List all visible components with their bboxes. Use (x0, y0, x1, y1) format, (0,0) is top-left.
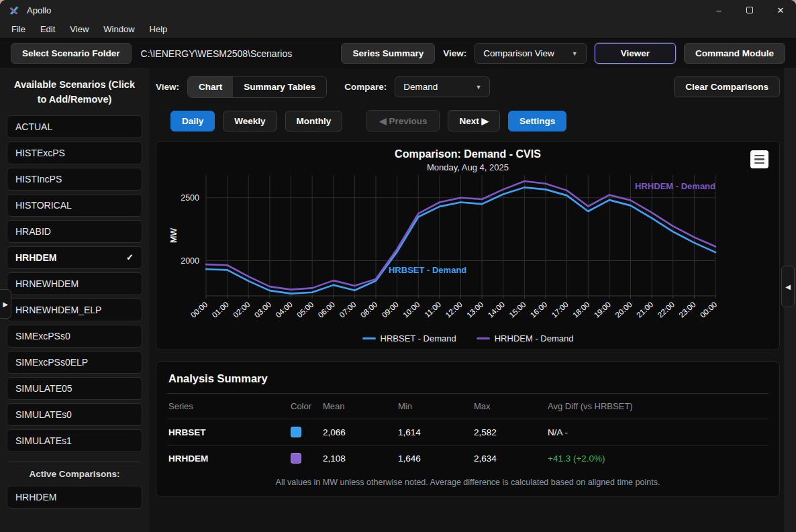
column-header-min: Min (398, 401, 474, 411)
app-title: Apollo (27, 5, 51, 15)
close-button[interactable]: ✕ (765, 0, 796, 20)
sidebar-flyout-handle[interactable]: ▶ (0, 289, 11, 319)
tab-summary-tables[interactable]: Summary Tables (233, 76, 326, 97)
minimize-button[interactable]: – (703, 0, 734, 20)
scenario-label: HRHDEM (15, 252, 56, 263)
check-icon: ✓ (126, 252, 134, 262)
column-header-avg-diff-vs-hrbset-: Avg Diff (vs HRBSET) (548, 401, 767, 411)
scenario-folder-path: C:\IENERGY\WESM2508\Scenarios (141, 48, 334, 59)
svg-text:09:00: 09:00 (381, 301, 400, 319)
table-row: HRHDEM2,1081,6462,634+41.3 (+2.0%) (167, 445, 768, 471)
sidebar-item-simulates1[interactable]: SIMULATEs1 (7, 429, 142, 452)
chart-title: Comparison: Demand - CVIS (167, 148, 768, 160)
sidebar-item-actual[interactable]: ACTUAL (7, 115, 142, 138)
series-color-swatch (291, 453, 301, 464)
sidebar-item-hrhdem[interactable]: HRHDEM✓ (7, 246, 142, 269)
avg-diff-value: +41.3 (+2.0%) (548, 454, 767, 464)
sidebar-item-histincps[interactable]: HISTIncPS (7, 168, 142, 191)
window-controls: – ✕ (703, 0, 796, 20)
sidebar-title: Available Scenarios (Click to Add/Remove… (7, 76, 142, 115)
sidebar-item-historical[interactable]: HISTORICAL (7, 194, 142, 217)
svg-text:15:00: 15:00 (507, 301, 527, 319)
next-button[interactable]: Next ▶ (448, 110, 499, 131)
maximize-button[interactable] (734, 0, 765, 20)
compare-dropdown[interactable]: Demand ▼ (395, 76, 490, 97)
menu-bar: FileEditViewWindowHelp (0, 20, 796, 39)
max-value: 2,582 (474, 427, 548, 437)
svg-text:00:00: 00:00 (189, 301, 209, 319)
scenario-label: HRNEWHDEM_ELP (15, 305, 101, 315)
sidebar-item-histexcps[interactable]: HISTExcPS (7, 142, 142, 164)
sidebar-item-hrnewhdem[interactable]: HRNEWHDEM (7, 272, 142, 295)
svg-text:08:00: 08:00 (359, 301, 379, 319)
svg-text:03:00: 03:00 (253, 301, 272, 319)
menu-view[interactable]: View (64, 22, 95, 36)
min-value: 1,646 (398, 454, 474, 464)
menu-edit[interactable]: Edit (34, 22, 61, 36)
scenario-list: ACTUALHISTExcPSHISTIncPSHISTORICALHRABID… (7, 115, 142, 452)
clear-comparisons-button[interactable]: Clear Comparisons (674, 76, 780, 97)
viewer-button[interactable]: Viewer (595, 43, 676, 64)
svg-text:11:00: 11:00 (423, 301, 442, 319)
svg-text:23:00: 23:00 (677, 301, 697, 319)
view-controls-row: View: Chart Summary Tables Compare: Dema… (156, 76, 780, 98)
scenario-label: ACTUAL (15, 121, 52, 132)
menu-window[interactable]: Window (97, 22, 140, 36)
svg-text:13:00: 13:00 (465, 301, 485, 319)
svg-text:17:00: 17:00 (550, 301, 570, 319)
analysis-table-header: SeriesColorMeanMinMaxAvg Diff (vs HRBSET… (167, 394, 768, 419)
active-comparisons-list: HRHDEM (7, 486, 142, 509)
tab-chart[interactable]: Chart (188, 76, 233, 97)
scenario-label: SIMULATEs0 (15, 409, 72, 420)
menu-help[interactable]: Help (144, 22, 174, 36)
right-panel-toggle[interactable]: ◀ (781, 266, 795, 307)
svg-text:HRHDEM - Demand: HRHDEM - Demand (635, 181, 715, 191)
command-module-button[interactable]: Command Module (684, 43, 785, 64)
series-summary-button[interactable]: Series Summary (341, 43, 435, 64)
scenario-sidebar: Available Scenarios (Click to Add/Remove… (0, 68, 149, 532)
chart-menu-icon[interactable] (750, 150, 768, 168)
scenario-label: SIMExcPSs0ELP (15, 357, 88, 368)
svg-text:2500: 2500 (181, 193, 199, 203)
svg-text:20:00: 20:00 (613, 301, 633, 319)
view-mode-label: View: (443, 48, 466, 58)
scenario-label: HRHDEM (15, 492, 56, 502)
active-comparisons-label: Active Comparisons: (7, 469, 142, 486)
daily-button[interactable]: Daily (170, 111, 215, 131)
svg-text:16:00: 16:00 (529, 301, 548, 319)
svg-text:HRBSET - Demand: HRBSET - Demand (389, 265, 466, 275)
sidebar-item-hrabid[interactable]: HRABID (7, 220, 142, 243)
svg-text:01:00: 01:00 (211, 301, 230, 319)
active-comparison-hrhdem[interactable]: HRHDEM (7, 486, 142, 509)
sidebar-item-simulate05[interactable]: SIMULATE05 (7, 377, 142, 400)
chevron-down-icon: ▼ (572, 50, 578, 57)
sidebar-item-simexcpss0elp[interactable]: SIMExcPSs0ELP (7, 351, 142, 374)
legend-item[interactable]: HRHDEM - Demand (477, 333, 574, 343)
monthly-button[interactable]: Monthly (285, 111, 343, 131)
chart-panel: Comparison: Demand - CVIS Monday, Aug 4,… (156, 141, 780, 350)
sidebar-item-simulates0[interactable]: SIMULATEs0 (7, 403, 142, 426)
weekly-button[interactable]: Weekly (223, 111, 277, 131)
series-color-swatch (291, 427, 301, 437)
svg-text:19:00: 19:00 (593, 301, 612, 319)
sidebar-divider (8, 462, 141, 462)
select-scenario-folder-button[interactable]: Select Scenario Folder (11, 43, 132, 64)
maximize-icon (746, 7, 753, 13)
menu-file[interactable]: File (5, 22, 32, 36)
legend-line-icon (477, 337, 490, 340)
compare-value: Demand (403, 82, 438, 92)
svg-text:10:00: 10:00 (401, 301, 421, 319)
sidebar-item-hrnewhdem_elp[interactable]: HRNEWHDEM_ELP (7, 299, 142, 321)
settings-button[interactable]: Settings (508, 111, 566, 131)
svg-text:14:00: 14:00 (487, 301, 506, 319)
scenario-label: SIMULATE05 (15, 383, 72, 394)
previous-button[interactable]: ◀ Previous (366, 110, 440, 131)
chart-subtitle: Monday, Aug 4, 2025 (167, 162, 768, 172)
column-header-max: Max (474, 401, 548, 411)
svg-text:07:00: 07:00 (338, 301, 357, 319)
main-area: Available Scenarios (Click to Add/Remove… (0, 68, 796, 532)
legend-item[interactable]: HRBSET - Demand (362, 333, 456, 343)
analysis-footnote: All values in MW unless otherwise noted.… (167, 471, 768, 491)
sidebar-item-simexcpss0[interactable]: SIMExcPSs0 (7, 325, 142, 348)
view-mode-dropdown[interactable]: Comparison View ▼ (475, 43, 586, 64)
